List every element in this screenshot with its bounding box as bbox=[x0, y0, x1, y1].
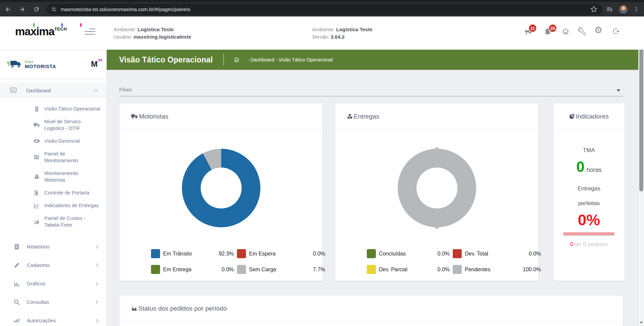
media-control-icon[interactable] bbox=[606, 6, 613, 13]
page-scrollbar[interactable] bbox=[638, 16, 644, 326]
wrench-icon bbox=[578, 27, 586, 35]
home-button[interactable] bbox=[561, 27, 570, 36]
legend-value: 92.3% bbox=[212, 251, 234, 257]
legend-value: 0.0% bbox=[428, 267, 450, 273]
brand-logo[interactable]: maximaTECH bbox=[15, 25, 79, 38]
sidebar-item-visao-gerencial[interactable]: Visão Gerencial bbox=[0, 135, 106, 147]
clipboard-icon bbox=[13, 243, 21, 250]
dashboard-icon bbox=[9, 87, 17, 94]
breadcrumb: - Dashboard - Visão Tático Operacional bbox=[233, 56, 333, 63]
bookmark-star-icon[interactable] bbox=[590, 6, 597, 13]
filiais-select[interactable]: Filiais bbox=[119, 87, 623, 96]
breadcrumb-home-icon[interactable] bbox=[233, 56, 240, 63]
card-title: Entregas bbox=[354, 113, 379, 120]
gear-icon: ⚙ bbox=[594, 25, 602, 35]
truck-icon bbox=[32, 122, 41, 128]
mini-brand-logo[interactable]: M bbox=[91, 59, 98, 69]
entregas-perfeitas-line2: perfeitas bbox=[553, 200, 625, 207]
card-motoristas: Motoristas Em Trânsito 92.3% Em Espera 0… bbox=[119, 103, 323, 281]
boxes-icon bbox=[347, 113, 353, 119]
settings-button[interactable]: ⚙ bbox=[594, 26, 602, 35]
chevron-right-icon bbox=[96, 245, 98, 249]
pie-chart-icon bbox=[569, 113, 575, 119]
forward-icon bbox=[19, 6, 26, 13]
area-chart-icon bbox=[131, 306, 137, 311]
brand-name: maxima bbox=[15, 25, 54, 38]
scroll-down-icon[interactable] bbox=[639, 320, 644, 325]
back-icon bbox=[5, 6, 11, 13]
sidebar-item-cadastros[interactable]: Cadastros bbox=[0, 256, 106, 274]
sidebar-item-label: Dashboard bbox=[26, 88, 51, 93]
sidebar-item-graficos[interactable]: Gráficos bbox=[0, 274, 106, 293]
ambiente2-value: Logística Teste bbox=[336, 27, 373, 32]
sidebar-item-label: Relatórios bbox=[27, 244, 50, 249]
sidebar-item-monitoramento-motorista[interactable]: Monitoramento Motorista bbox=[0, 167, 106, 186]
sidebar-item-label: Controle de Portaria bbox=[44, 189, 89, 196]
sidebar-item-label: Cadastros bbox=[27, 262, 50, 268]
app-header: maximaTECH Ambiente: Logística Teste Usu… bbox=[0, 16, 644, 50]
pencil-icon bbox=[13, 262, 21, 268]
line-chart-icon bbox=[32, 203, 41, 208]
notifications-button[interactable]: 11 bbox=[524, 27, 532, 36]
eye-icon bbox=[32, 139, 41, 143]
legend-value: 0.0% bbox=[299, 251, 325, 257]
search-icon bbox=[13, 299, 21, 305]
tma-number: 0 bbox=[576, 158, 584, 175]
sidebar-item-label: Gráficos bbox=[27, 281, 46, 286]
reload-button[interactable] bbox=[30, 3, 42, 15]
filiais-label: Filiais bbox=[119, 87, 623, 92]
sidebar-item-nivel-servico-otif[interactable]: Nivel de Servico Logistico - OTIF bbox=[0, 115, 106, 135]
site-info-icon bbox=[51, 6, 57, 12]
tma-label: TMA bbox=[553, 147, 625, 154]
entregas-perfeitas-percent: 0% bbox=[553, 211, 625, 229]
brand-sub: TECH bbox=[54, 27, 67, 32]
forward-button[interactable] bbox=[16, 3, 28, 15]
road-icon bbox=[32, 174, 41, 179]
sidebar-item-label: Consultas bbox=[27, 299, 49, 305]
sidebar-item-autorizacoes[interactable]: Autorizações bbox=[0, 311, 106, 326]
legend-value: 7.7% bbox=[299, 267, 325, 273]
ambiente-value: Logística Teste bbox=[138, 27, 174, 32]
sidebar-toggle-icon[interactable] bbox=[85, 29, 95, 37]
breadcrumb-text[interactable]: - Dashboard - Visão Tático Operacional bbox=[247, 57, 333, 62]
tools-button[interactable] bbox=[578, 27, 586, 35]
browser-menu-icon[interactable] bbox=[633, 6, 639, 12]
indicadores-body: TMA 0horas Entregas perfeitas 0% 0 de 0 … bbox=[553, 130, 625, 248]
truck-icon bbox=[131, 113, 138, 119]
mini-logo-m: M bbox=[91, 59, 98, 68]
legend-label: Dev. Total bbox=[465, 251, 512, 257]
sidebar-item-controle-portaria[interactable]: Controle de Portaria bbox=[0, 186, 106, 199]
sidebar-item-indicadores-entregas[interactable]: Indicadores de Entregas bbox=[0, 199, 106, 212]
legend-swatch bbox=[151, 249, 160, 258]
legend-swatch bbox=[237, 249, 246, 258]
logout-button[interactable] bbox=[612, 27, 620, 35]
entregas-donut-chart[interactable] bbox=[398, 149, 476, 227]
usuario-value: maxstring.logisticateste bbox=[134, 34, 191, 40]
chevron-right-icon bbox=[96, 300, 98, 304]
max-motorista-truck-icon[interactable] bbox=[7, 59, 23, 69]
legend-swatch bbox=[367, 265, 376, 274]
motoristas-donut-chart[interactable] bbox=[182, 149, 260, 227]
sidebar-item-consultas[interactable]: Consultas bbox=[0, 293, 106, 311]
browser-actions bbox=[606, 5, 639, 14]
sidebar-item-painel-monitoramento[interactable]: Painel de Monitoramento bbox=[0, 147, 106, 167]
sidebar-item-visao-tatico-operacional[interactable]: Visão Tático Operacional bbox=[0, 102, 106, 115]
sidebar-item-dashboard[interactable]: Dashboard bbox=[0, 82, 106, 98]
segment-notch bbox=[435, 226, 438, 229]
chevron-right-icon bbox=[96, 282, 98, 286]
back-button[interactable] bbox=[2, 3, 14, 15]
address-bar[interactable]: maxmotorista-tst.solucoesmaxima.com.br/#… bbox=[46, 4, 603, 15]
usuario-label: Usuário: bbox=[113, 34, 132, 40]
alerts-button[interactable]: 25 bbox=[544, 27, 552, 36]
sidebar-item-label: Painel de Custos - Tabela Frete bbox=[44, 215, 95, 228]
url-text[interactable]: maxmotorista-tst.solucoesmaxima.com.br/#… bbox=[61, 6, 590, 12]
sidebar-item-relatorios[interactable]: Relatórios bbox=[0, 237, 106, 256]
max-motorista-logo[interactable]: max MOTORISTA bbox=[25, 60, 56, 68]
card-title: Status dos pedidos por período bbox=[138, 305, 227, 312]
sidebar-item-painel-custos[interactable]: Painel de Custos - Tabela Frete bbox=[0, 212, 106, 231]
sidebar: max MOTORISTA M Dashboard Visão Tático O… bbox=[0, 50, 107, 326]
bar-chart-icon bbox=[13, 281, 21, 287]
page-banner: Visão Tático Operacional - Dashboard - V… bbox=[107, 50, 638, 70]
profile-avatar[interactable] bbox=[619, 5, 628, 14]
sidebar-item-label: Indicadores de Entregas bbox=[44, 202, 99, 209]
